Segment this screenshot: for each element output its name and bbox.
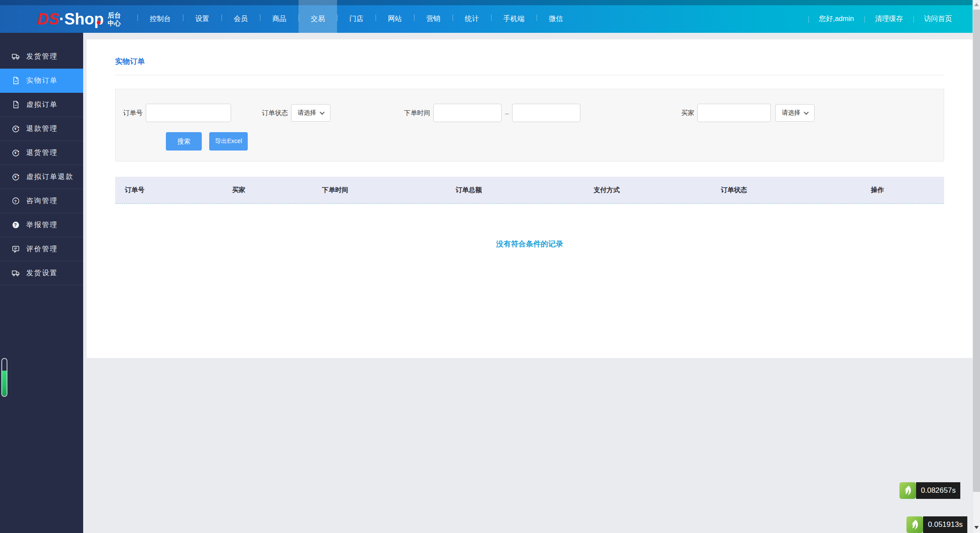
sidebar-item-label: 发货管理 bbox=[26, 52, 58, 61]
scroll-down-arrow-icon[interactable] bbox=[974, 526, 979, 529]
sidebar-item-label: 退货管理 bbox=[26, 148, 58, 158]
page-title: 实物订单 bbox=[115, 56, 944, 67]
order-time-from-input[interactable] bbox=[433, 104, 502, 122]
refund-icon: ¥ bbox=[11, 148, 20, 157]
visit-home-link[interactable]: 访问首页 bbox=[913, 14, 962, 24]
memory-gauge bbox=[1, 358, 7, 397]
nav-item-marketing[interactable]: 营销 bbox=[414, 0, 453, 33]
vertical-scrollbar[interactable] bbox=[973, 0, 980, 533]
sidebar-item-virtual-orders[interactable]: 虚拟订单 bbox=[0, 93, 83, 117]
memory-gauge-fill bbox=[2, 371, 7, 396]
search-button[interactable]: 搜索 bbox=[166, 132, 202, 151]
comment-icon bbox=[11, 245, 20, 253]
logo-red-dot bbox=[97, 21, 101, 25]
sidebar-item-review-manage[interactable]: 评价管理 bbox=[0, 237, 83, 261]
file-icon bbox=[11, 100, 20, 109]
file-icon bbox=[11, 76, 20, 85]
col-pay-method: 支付方式 bbox=[556, 186, 657, 194]
sidebar-item-refund-manage[interactable]: ¥ 退款管理 bbox=[0, 117, 83, 141]
content-card: 实物订单 订单号 订单状态 请选择 下单时间 – 买家 请选择 bbox=[87, 39, 973, 358]
order-no-input[interactable] bbox=[146, 104, 231, 122]
refund-icon: ¥ bbox=[11, 124, 20, 133]
svg-text:?: ? bbox=[14, 199, 18, 203]
order-time-to-input[interactable] bbox=[512, 104, 580, 122]
thinkphp-flame-icon bbox=[899, 482, 916, 499]
chevron-down-icon bbox=[320, 110, 324, 115]
scrollbar-thumb[interactable] bbox=[973, 10, 980, 492]
clear-cache-link[interactable]: 清理缓存 bbox=[864, 14, 913, 24]
col-order-no: 订单号 bbox=[115, 186, 188, 194]
orders-table-header: 订单号 买家 下单时间 订单总额 支付方式 订单状态 操作 bbox=[115, 177, 944, 204]
export-excel-button[interactable]: 导出Excel bbox=[209, 132, 248, 151]
app-logo: DS·Shop 后台 中心 bbox=[37, 10, 121, 28]
date-range-separator: – bbox=[505, 109, 509, 117]
col-order-time: 下单时间 bbox=[289, 186, 381, 194]
sidebar-item-label: 实物订单 bbox=[26, 76, 58, 85]
thinkphp-flame-icon bbox=[906, 516, 923, 533]
debug-trace-badge[interactable]: 0.082657s bbox=[899, 482, 960, 499]
col-order-status: 订单状态 bbox=[657, 186, 811, 194]
sidebar-item-label: 退款管理 bbox=[26, 124, 58, 133]
buyer-type-select[interactable]: 请选择 bbox=[775, 104, 815, 122]
sidebar-item-report-manage[interactable]: ? 举报管理 bbox=[0, 213, 83, 237]
order-time-label: 下单时间 bbox=[404, 109, 430, 117]
title-divider bbox=[115, 75, 944, 75]
nav-item-mobile[interactable]: 手机端 bbox=[491, 0, 537, 33]
question-filled-icon: ? bbox=[11, 221, 20, 229]
sidebar-item-consult-manage[interactable]: ? 咨询管理 bbox=[0, 189, 83, 213]
debug-trace-badge[interactable]: 0.051913s bbox=[906, 516, 967, 533]
sidebar-item-label: 咨询管理 bbox=[26, 196, 58, 206]
nav-item-stats[interactable]: 统计 bbox=[453, 0, 491, 33]
sidebar-item-physical-orders[interactable]: 实物订单 bbox=[0, 69, 83, 93]
nav-item-wechat[interactable]: 微信 bbox=[537, 0, 575, 33]
nav-item-members[interactable]: 会员 bbox=[221, 0, 260, 33]
order-status-select[interactable]: 请选择 bbox=[291, 104, 330, 122]
col-actions: 操作 bbox=[811, 186, 944, 194]
col-order-total: 订单总额 bbox=[381, 186, 556, 194]
truck-icon bbox=[11, 269, 20, 277]
nav-item-store[interactable]: 门店 bbox=[337, 0, 376, 33]
main-area: 实物订单 订单号 订单状态 请选择 下单时间 – 买家 请选择 bbox=[83, 33, 973, 533]
nav-item-settings[interactable]: 设置 bbox=[183, 0, 221, 33]
user-greeting[interactable]: 您好,admin bbox=[808, 14, 864, 24]
filter-panel: 订单号 订单状态 请选择 下单时间 – 买家 请选择 搜索 bbox=[115, 89, 944, 161]
debug-time-label: 0.082657s bbox=[916, 482, 960, 499]
scroll-up-arrow-icon[interactable] bbox=[974, 3, 979, 6]
nav-item-console[interactable]: 控制台 bbox=[137, 0, 183, 33]
logo-text: DS·Shop bbox=[37, 10, 104, 28]
empty-state-text: 没有符合条件的记录 bbox=[496, 240, 563, 248]
buyer-input[interactable] bbox=[697, 104, 771, 122]
refund-icon: ¥ bbox=[11, 172, 20, 181]
question-icon: ? bbox=[11, 196, 20, 205]
top-nav: 控制台 设置 会员 商品 交易 门店 网站 营销 统计 手机端 微信 bbox=[137, 0, 575, 33]
sidebar-item-label: 举报管理 bbox=[26, 221, 58, 230]
logo-ds: DS bbox=[37, 10, 59, 28]
svg-text:¥: ¥ bbox=[14, 126, 18, 131]
sidebar-item-label: 评价管理 bbox=[26, 245, 58, 254]
svg-text:¥: ¥ bbox=[14, 175, 18, 179]
topbar-right: 您好,admin 清理缓存 访问首页 bbox=[808, 5, 962, 33]
order-status-select-value: 请选择 bbox=[298, 109, 316, 117]
nav-item-website[interactable]: 网站 bbox=[376, 0, 414, 33]
order-status-label: 订单状态 bbox=[262, 109, 288, 117]
logo-suffix: 后台 中心 bbox=[108, 11, 121, 27]
top-bar: DS·Shop 后台 中心 控制台 设置 会员 商品 交易 门店 网站 营销 统… bbox=[0, 0, 980, 33]
sidebar-item-return-manage[interactable]: ¥ 退货管理 bbox=[0, 141, 83, 165]
empty-state: 没有符合条件的记录 bbox=[115, 204, 944, 249]
sidebar-item-shipping-settings[interactable]: 发货设置 bbox=[0, 261, 83, 285]
nav-item-goods[interactable]: 商品 bbox=[260, 0, 299, 33]
sidebar-item-shipping-manage[interactable]: 发货管理 bbox=[0, 45, 83, 69]
truck-icon bbox=[11, 52, 20, 61]
col-buyer: 买家 bbox=[188, 186, 289, 194]
sidebar-item-label: 发货设置 bbox=[26, 269, 58, 278]
sidebar-item-virtual-order-refund[interactable]: ¥ 虚拟订单退款 bbox=[0, 165, 83, 189]
sidebar: 发货管理 实物订单 虚拟订单 ¥ 退款管理 ¥ 退货管理 ¥ 虚拟订单退款 ? … bbox=[0, 33, 83, 533]
svg-text:¥: ¥ bbox=[14, 151, 18, 155]
sidebar-item-label: 虚拟订单 bbox=[26, 100, 58, 109]
nav-item-trade[interactable]: 交易 bbox=[299, 0, 337, 33]
logo-shop: ·Shop bbox=[59, 10, 104, 28]
orders-table: 订单号 买家 下单时间 订单总额 支付方式 订单状态 操作 没有符合条件的记录 bbox=[115, 177, 944, 249]
order-no-label: 订单号 bbox=[123, 109, 143, 117]
buyer-type-select-value: 请选择 bbox=[782, 109, 800, 117]
buyer-label: 买家 bbox=[681, 109, 694, 117]
